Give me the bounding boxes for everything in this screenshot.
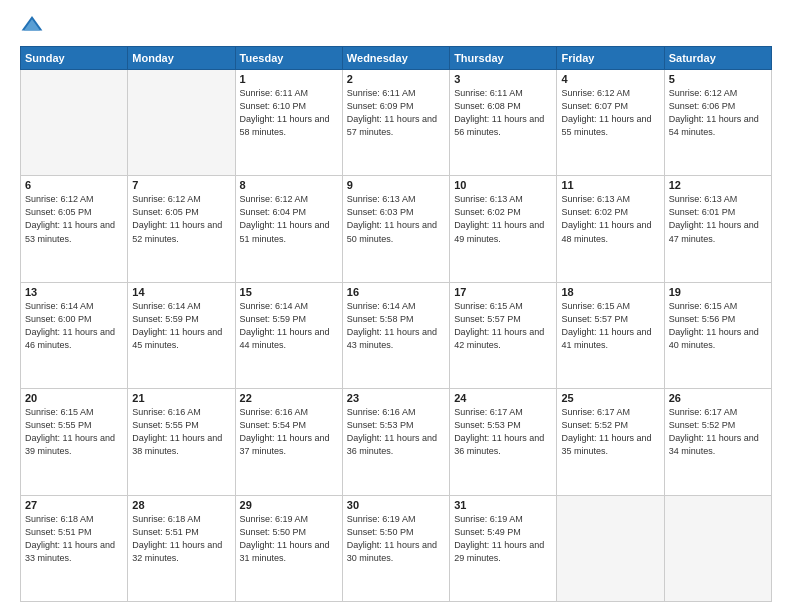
cell-info: Sunrise: 6:15 AM Sunset: 5:55 PM Dayligh… <box>25 406 123 458</box>
weekday-header-row: SundayMondayTuesdayWednesdayThursdayFrid… <box>21 47 772 70</box>
calendar-table: SundayMondayTuesdayWednesdayThursdayFrid… <box>20 46 772 602</box>
day-number: 12 <box>669 179 767 191</box>
cell-info: Sunrise: 6:13 AM Sunset: 6:03 PM Dayligh… <box>347 193 445 245</box>
cell-info: Sunrise: 6:15 AM Sunset: 5:56 PM Dayligh… <box>669 300 767 352</box>
logo <box>20 16 48 36</box>
cell-info: Sunrise: 6:12 AM Sunset: 6:05 PM Dayligh… <box>132 193 230 245</box>
calendar-cell: 11Sunrise: 6:13 AM Sunset: 6:02 PM Dayli… <box>557 176 664 282</box>
calendar-cell: 22Sunrise: 6:16 AM Sunset: 5:54 PM Dayli… <box>235 389 342 495</box>
cell-info: Sunrise: 6:11 AM Sunset: 6:08 PM Dayligh… <box>454 87 552 139</box>
day-number: 16 <box>347 286 445 298</box>
calendar-week-1: 1Sunrise: 6:11 AM Sunset: 6:10 PM Daylig… <box>21 70 772 176</box>
day-number: 17 <box>454 286 552 298</box>
weekday-header-saturday: Saturday <box>664 47 771 70</box>
calendar-cell: 30Sunrise: 6:19 AM Sunset: 5:50 PM Dayli… <box>342 495 449 601</box>
calendar-cell: 16Sunrise: 6:14 AM Sunset: 5:58 PM Dayli… <box>342 282 449 388</box>
calendar-cell: 12Sunrise: 6:13 AM Sunset: 6:01 PM Dayli… <box>664 176 771 282</box>
calendar-cell: 6Sunrise: 6:12 AM Sunset: 6:05 PM Daylig… <box>21 176 128 282</box>
cell-info: Sunrise: 6:12 AM Sunset: 6:04 PM Dayligh… <box>240 193 338 245</box>
calendar-cell: 26Sunrise: 6:17 AM Sunset: 5:52 PM Dayli… <box>664 389 771 495</box>
calendar-cell: 18Sunrise: 6:15 AM Sunset: 5:57 PM Dayli… <box>557 282 664 388</box>
calendar-cell: 15Sunrise: 6:14 AM Sunset: 5:59 PM Dayli… <box>235 282 342 388</box>
calendar-cell: 17Sunrise: 6:15 AM Sunset: 5:57 PM Dayli… <box>450 282 557 388</box>
cell-info: Sunrise: 6:15 AM Sunset: 5:57 PM Dayligh… <box>454 300 552 352</box>
day-number: 21 <box>132 392 230 404</box>
calendar-week-3: 13Sunrise: 6:14 AM Sunset: 6:00 PM Dayli… <box>21 282 772 388</box>
calendar-cell: 9Sunrise: 6:13 AM Sunset: 6:03 PM Daylig… <box>342 176 449 282</box>
day-number: 6 <box>25 179 123 191</box>
calendar-cell <box>128 70 235 176</box>
day-number: 11 <box>561 179 659 191</box>
day-number: 28 <box>132 499 230 511</box>
day-number: 2 <box>347 73 445 85</box>
calendar-cell: 3Sunrise: 6:11 AM Sunset: 6:08 PM Daylig… <box>450 70 557 176</box>
cell-info: Sunrise: 6:12 AM Sunset: 6:05 PM Dayligh… <box>25 193 123 245</box>
weekday-header-sunday: Sunday <box>21 47 128 70</box>
day-number: 19 <box>669 286 767 298</box>
logo-icon <box>20 14 44 34</box>
cell-info: Sunrise: 6:14 AM Sunset: 6:00 PM Dayligh… <box>25 300 123 352</box>
cell-info: Sunrise: 6:11 AM Sunset: 6:10 PM Dayligh… <box>240 87 338 139</box>
calendar-cell: 29Sunrise: 6:19 AM Sunset: 5:50 PM Dayli… <box>235 495 342 601</box>
cell-info: Sunrise: 6:14 AM Sunset: 5:59 PM Dayligh… <box>132 300 230 352</box>
calendar-cell <box>21 70 128 176</box>
calendar-cell: 27Sunrise: 6:18 AM Sunset: 5:51 PM Dayli… <box>21 495 128 601</box>
day-number: 13 <box>25 286 123 298</box>
calendar-week-2: 6Sunrise: 6:12 AM Sunset: 6:05 PM Daylig… <box>21 176 772 282</box>
day-number: 8 <box>240 179 338 191</box>
cell-info: Sunrise: 6:15 AM Sunset: 5:57 PM Dayligh… <box>561 300 659 352</box>
cell-info: Sunrise: 6:18 AM Sunset: 5:51 PM Dayligh… <box>25 513 123 565</box>
weekday-header-wednesday: Wednesday <box>342 47 449 70</box>
cell-info: Sunrise: 6:11 AM Sunset: 6:09 PM Dayligh… <box>347 87 445 139</box>
day-number: 9 <box>347 179 445 191</box>
calendar-cell: 31Sunrise: 6:19 AM Sunset: 5:49 PM Dayli… <box>450 495 557 601</box>
cell-info: Sunrise: 6:19 AM Sunset: 5:50 PM Dayligh… <box>240 513 338 565</box>
calendar-cell: 14Sunrise: 6:14 AM Sunset: 5:59 PM Dayli… <box>128 282 235 388</box>
page: SundayMondayTuesdayWednesdayThursdayFrid… <box>0 0 792 612</box>
day-number: 22 <box>240 392 338 404</box>
calendar-cell: 21Sunrise: 6:16 AM Sunset: 5:55 PM Dayli… <box>128 389 235 495</box>
cell-info: Sunrise: 6:18 AM Sunset: 5:51 PM Dayligh… <box>132 513 230 565</box>
day-number: 14 <box>132 286 230 298</box>
day-number: 27 <box>25 499 123 511</box>
calendar-cell: 2Sunrise: 6:11 AM Sunset: 6:09 PM Daylig… <box>342 70 449 176</box>
cell-info: Sunrise: 6:13 AM Sunset: 6:01 PM Dayligh… <box>669 193 767 245</box>
cell-info: Sunrise: 6:13 AM Sunset: 6:02 PM Dayligh… <box>454 193 552 245</box>
day-number: 31 <box>454 499 552 511</box>
calendar-cell <box>557 495 664 601</box>
day-number: 4 <box>561 73 659 85</box>
header <box>20 16 772 36</box>
calendar-cell: 10Sunrise: 6:13 AM Sunset: 6:02 PM Dayli… <box>450 176 557 282</box>
day-number: 23 <box>347 392 445 404</box>
day-number: 10 <box>454 179 552 191</box>
weekday-header-monday: Monday <box>128 47 235 70</box>
day-number: 3 <box>454 73 552 85</box>
day-number: 7 <box>132 179 230 191</box>
day-number: 5 <box>669 73 767 85</box>
day-number: 30 <box>347 499 445 511</box>
cell-info: Sunrise: 6:14 AM Sunset: 5:59 PM Dayligh… <box>240 300 338 352</box>
weekday-header-thursday: Thursday <box>450 47 557 70</box>
day-number: 24 <box>454 392 552 404</box>
weekday-header-friday: Friday <box>557 47 664 70</box>
calendar-week-5: 27Sunrise: 6:18 AM Sunset: 5:51 PM Dayli… <box>21 495 772 601</box>
cell-info: Sunrise: 6:17 AM Sunset: 5:52 PM Dayligh… <box>561 406 659 458</box>
calendar-cell: 8Sunrise: 6:12 AM Sunset: 6:04 PM Daylig… <box>235 176 342 282</box>
cell-info: Sunrise: 6:13 AM Sunset: 6:02 PM Dayligh… <box>561 193 659 245</box>
day-number: 1 <box>240 73 338 85</box>
cell-info: Sunrise: 6:12 AM Sunset: 6:07 PM Dayligh… <box>561 87 659 139</box>
calendar-cell: 20Sunrise: 6:15 AM Sunset: 5:55 PM Dayli… <box>21 389 128 495</box>
weekday-header-tuesday: Tuesday <box>235 47 342 70</box>
cell-info: Sunrise: 6:19 AM Sunset: 5:49 PM Dayligh… <box>454 513 552 565</box>
cell-info: Sunrise: 6:16 AM Sunset: 5:54 PM Dayligh… <box>240 406 338 458</box>
calendar-cell: 23Sunrise: 6:16 AM Sunset: 5:53 PM Dayli… <box>342 389 449 495</box>
cell-info: Sunrise: 6:16 AM Sunset: 5:53 PM Dayligh… <box>347 406 445 458</box>
cell-info: Sunrise: 6:17 AM Sunset: 5:53 PM Dayligh… <box>454 406 552 458</box>
cell-info: Sunrise: 6:14 AM Sunset: 5:58 PM Dayligh… <box>347 300 445 352</box>
day-number: 25 <box>561 392 659 404</box>
calendar-cell: 24Sunrise: 6:17 AM Sunset: 5:53 PM Dayli… <box>450 389 557 495</box>
calendar-week-4: 20Sunrise: 6:15 AM Sunset: 5:55 PM Dayli… <box>21 389 772 495</box>
calendar-cell: 25Sunrise: 6:17 AM Sunset: 5:52 PM Dayli… <box>557 389 664 495</box>
day-number: 26 <box>669 392 767 404</box>
day-number: 20 <box>25 392 123 404</box>
